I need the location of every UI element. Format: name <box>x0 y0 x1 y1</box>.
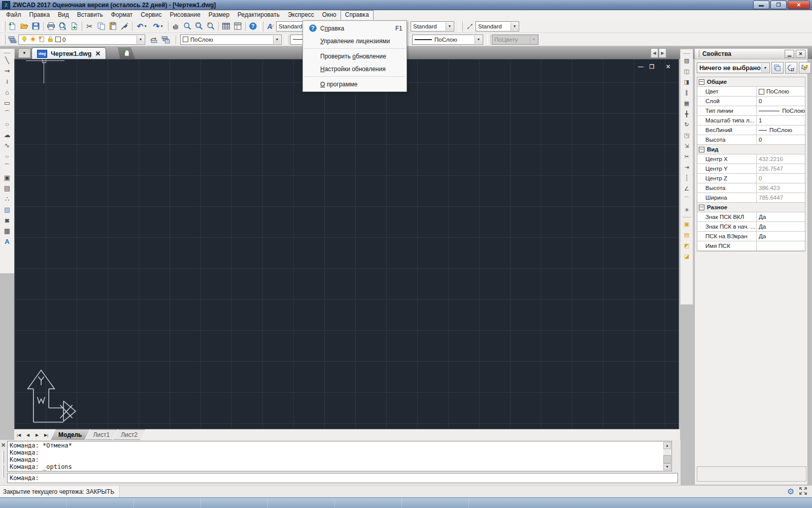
arc-icon[interactable]: ⌒ <box>2 108 13 119</box>
toolbar-grip[interactable] <box>459 21 463 31</box>
menubar-item-Формат[interactable]: Формат <box>107 10 137 20</box>
make-block-icon[interactable]: ▤ <box>2 183 13 194</box>
layout-tab-Лист2[interactable]: Лист2 <box>113 429 145 440</box>
property-value[interactable]: 0 <box>757 174 805 183</box>
insert-block-icon[interactable]: ▣ <box>2 172 13 183</box>
move-icon[interactable]: ╋ <box>681 109 692 119</box>
quick-select-icon[interactable] <box>771 62 784 74</box>
print-icon[interactable] <box>45 21 57 32</box>
mtext-icon[interactable]: A <box>2 236 13 247</box>
property-value[interactable]: Да <box>757 212 805 221</box>
dim-style-icon[interactable] <box>464 21 476 32</box>
command-grip[interactable] <box>2 465 4 478</box>
menubar-item-Редактировать[interactable]: Редактировать <box>233 10 284 20</box>
mdi-close-icon[interactable]: ✕ <box>664 64 672 70</box>
offset-icon[interactable]: ∥ <box>681 87 692 98</box>
sun-icon[interactable] <box>29 36 37 44</box>
menubar-item-Сервис[interactable]: Сервис <box>137 10 165 20</box>
menu-item-Управление лицензиями[interactable]: Управление лицензиями <box>303 35 407 47</box>
property-value[interactable]: ПоСлою <box>757 87 805 96</box>
paste-icon[interactable] <box>107 21 119 32</box>
array-icon[interactable]: ▦ <box>681 98 692 109</box>
mirror-icon[interactable]: ◨ <box>681 77 692 87</box>
stretch-icon[interactable]: ⇲ <box>681 141 692 151</box>
fillet-icon[interactable]: ⌒ <box>681 194 692 205</box>
ellipse-arc-icon[interactable]: ⌒ <box>2 162 13 172</box>
toolbar-grip[interactable] <box>260 21 263 31</box>
region-icon[interactable]: ◙ <box>2 215 13 226</box>
polyline-icon[interactable]: ≀ <box>2 76 13 87</box>
property-value[interactable] <box>757 241 805 250</box>
ellipse-icon[interactable]: ○ <box>2 152 13 160</box>
property-value[interactable]: 785.6447 <box>757 193 805 202</box>
layer-manager-icon[interactable] <box>7 34 18 45</box>
copy-icon[interactable] <box>95 21 107 32</box>
document-tab[interactable]: dwg Чертеж1.dwg ✕ <box>31 47 106 59</box>
polygon-icon[interactable]: ⌂ <box>2 87 13 98</box>
menubar-item-Справка[interactable]: Справка <box>341 10 374 20</box>
circle-icon[interactable]: ○ <box>2 119 13 130</box>
tab-scroll-right-icon[interactable]: ▶ <box>659 48 666 58</box>
toolbar-grip[interactable] <box>2 35 6 45</box>
unlock-icon[interactable] <box>47 36 54 44</box>
mdi-restore-icon[interactable]: ❐ <box>648 64 656 70</box>
rotate-icon[interactable]: ↻ <box>681 119 692 130</box>
command-close-icon[interactable]: ✕ <box>1 442 6 449</box>
layer-states-icon[interactable] <box>160 34 172 45</box>
toolbar-grip[interactable] <box>487 35 491 45</box>
menubar-item-Размер[interactable]: Размер <box>205 10 233 20</box>
break-icon[interactable]: ┆ <box>681 173 692 183</box>
dim-style-combo[interactable]: Standard▼ <box>476 21 519 31</box>
point-icon[interactable]: ∴ <box>2 194 13 204</box>
toggle-pickadd-icon[interactable] <box>799 62 811 74</box>
panel-minimize-icon[interactable]: ▁ <box>785 50 794 58</box>
property-value[interactable]: 386.423 <box>757 183 805 193</box>
layer-color-swatch[interactable] <box>55 37 61 42</box>
save-icon[interactable] <box>30 21 42 32</box>
new-icon[interactable] <box>7 21 18 32</box>
draworder-above-icon[interactable]: ◩ <box>681 240 692 251</box>
scroll-thumb[interactable] <box>663 455 671 463</box>
tab-list-dropdown-button[interactable]: ▼ <box>18 48 30 58</box>
selection-combo[interactable]: Ничего не выбрано▼ <box>697 62 770 73</box>
extend-icon[interactable]: ⇥ <box>681 162 692 173</box>
layout-nav-last-icon[interactable]: ▶| <box>42 431 50 439</box>
hatch-icon[interactable]: ▨ <box>2 204 13 215</box>
toolbar-grip[interactable] <box>286 35 289 45</box>
erase-icon[interactable]: ▨ <box>681 55 692 66</box>
scroll-down-icon[interactable]: ▼ <box>663 463 671 470</box>
menu-item-О программе[interactable]: О программе <box>303 78 407 90</box>
menubar-item-Вид[interactable]: Вид <box>54 10 73 20</box>
preview-icon[interactable] <box>57 21 69 32</box>
command-history[interactable]: Команда: *Отмена*Команда:Команда:Команда… <box>7 441 672 471</box>
menu-item-Настройки обновления[interactable]: Настройки обновления <box>303 62 407 75</box>
match-icon[interactable] <box>119 21 130 32</box>
scroll-up-icon[interactable]: ▲ <box>663 442 671 449</box>
property-value[interactable]: 0 <box>757 97 805 106</box>
layout-nav-prev-icon[interactable]: ◀ <box>24 431 32 439</box>
spline-icon[interactable]: ∿ <box>2 140 13 151</box>
mdi-minimize-icon[interactable]: — <box>636 64 645 70</box>
open-icon[interactable] <box>18 21 30 32</box>
menubar-item-Файл[interactable]: Файл <box>2 10 25 20</box>
table-icon[interactable] <box>220 21 232 32</box>
layer-previous-icon[interactable] <box>148 34 160 45</box>
layout-nav-next-icon[interactable]: ▶ <box>33 431 41 439</box>
command-scrollbar[interactable]: ▲ ▼ <box>663 442 671 470</box>
zoom-icon[interactable] <box>182 21 193 32</box>
drawing-canvas[interactable]: — ❐ ✕ <box>14 59 679 429</box>
layout-tab-Лист1[interactable]: Лист1 <box>85 429 117 440</box>
lineweight-combo[interactable]: ПоСлою▼ <box>412 35 483 45</box>
property-value[interactable]: Да <box>757 232 805 241</box>
table-style-combo[interactable]: Standard▼ <box>411 21 454 31</box>
tab-close-icon[interactable]: ✕ <box>95 50 100 57</box>
property-value[interactable]: Да <box>757 222 805 231</box>
property-value[interactable]: 0 <box>757 135 805 144</box>
settings-gear-icon[interactable]: ⚙ <box>787 488 794 496</box>
property-value[interactable]: ПоСлою <box>757 106 805 115</box>
panel-close-icon[interactable]: ✕ <box>796 50 805 58</box>
property-value[interactable]: 1 <box>757 116 805 125</box>
properties-section-Разное[interactable]: Разное <box>697 203 805 212</box>
properties-panel-header[interactable]: Свойства ▁ ✕ <box>695 49 807 59</box>
revcloud-icon[interactable]: ☁ <box>2 130 13 140</box>
